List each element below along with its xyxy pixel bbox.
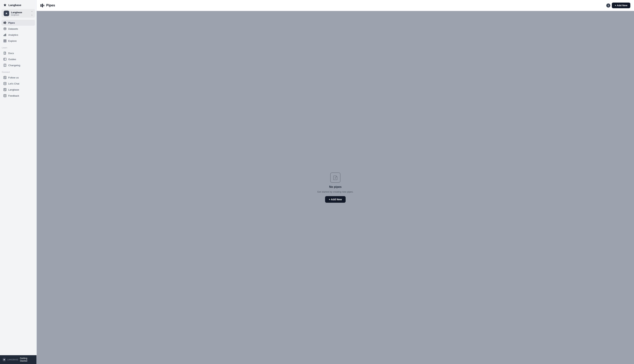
svg-point-3: [4, 28, 6, 28]
chevron-icon: ⌃⌄: [31, 11, 33, 16]
datasets-icon: [3, 27, 7, 30]
sidebar-item-lets-chat-label: Let's Chat: [8, 82, 19, 85]
svg-rect-18: [4, 94, 6, 97]
svg-rect-1: [5, 22, 6, 24]
sidebar-item-explore-label: Explore: [8, 40, 17, 42]
page-header: Pipes 1 + Add New: [37, 0, 634, 11]
svg-point-16: [5, 83, 6, 84]
sidebar-item-feedback-label: Feedback: [8, 94, 19, 97]
sidebar-item-docs[interactable]: Docs: [2, 50, 35, 56]
svg-rect-2: [6, 22, 6, 23]
page-title-container: Pipes: [40, 4, 55, 8]
analytics-icon: [3, 33, 7, 36]
sidebar-item-datasets[interactable]: Datasets: [2, 26, 35, 32]
explore-icon: [3, 39, 7, 42]
empty-icon: [330, 172, 341, 183]
avatar: [4, 11, 9, 16]
logo-icon: [3, 3, 7, 7]
sidebar-item-langbase-x[interactable]: Langbase: [2, 87, 35, 92]
pipes-icon: [3, 21, 7, 24]
content-area: No pipes Get started by creating new pip…: [37, 11, 634, 364]
svg-rect-8: [5, 40, 6, 41]
user-handle: langbase: [11, 14, 29, 16]
empty-description: Get started by creating new pipes.: [317, 190, 353, 193]
sidebar-item-follow-us[interactable]: Follow us: [2, 74, 35, 80]
header-actions: 1 + Add New: [606, 2, 630, 8]
connect-nav: Follow us Let's Chat Langbase: [0, 74, 37, 100]
sidebar-item-docs-label: Docs: [8, 52, 14, 54]
getting-started-brand: LANGBASE: [7, 359, 18, 361]
empty-add-new-button[interactable]: + Add New: [325, 196, 346, 203]
svg-rect-20: [41, 4, 42, 7]
app-name: Langbase: [9, 4, 21, 6]
svg-rect-7: [4, 40, 5, 41]
app-logo: Langbase: [0, 0, 37, 9]
svg-rect-6: [6, 34, 6, 36]
learn-nav: Docs Guides Changelog: [0, 50, 37, 69]
user-menu[interactable]: Langbase langbase ⌃⌄: [2, 9, 35, 18]
sidebar-item-guides-label: Guides: [8, 58, 16, 61]
connect-section-label: Connect: [0, 69, 37, 74]
user-name: Langbase: [11, 11, 29, 14]
learn-section-label: Learn: [0, 45, 37, 50]
sidebar: Langbase Langbase langbase ⌃⌄ Pipes: [0, 0, 37, 364]
sidebar-item-changelog-label: Changelog: [8, 64, 20, 67]
add-new-button[interactable]: + Add New: [612, 2, 630, 8]
sidebar-item-pipes[interactable]: Pipes: [2, 20, 35, 26]
svg-rect-15: [4, 82, 6, 85]
getting-started-bar[interactable]: LANGBASE Getting Started: [0, 355, 37, 364]
chat-icon: [3, 82, 7, 85]
x-icon: [3, 76, 7, 79]
sidebar-item-follow-us-label: Follow us: [8, 76, 19, 79]
sidebar-item-pipes-label: Pipes: [8, 22, 15, 24]
user-info: Langbase langbase: [11, 11, 29, 16]
page-title: Pipes: [46, 4, 55, 7]
changelog-icon: [3, 64, 7, 67]
sidebar-item-guides[interactable]: Guides: [2, 56, 35, 62]
main-content: Pipes 1 + Add New No pipes Get started b…: [37, 0, 634, 364]
sidebar-item-feedback[interactable]: Feedback: [2, 93, 35, 98]
langbase-x-icon: [3, 88, 7, 91]
sidebar-item-analytics[interactable]: Analytics: [2, 32, 35, 38]
getting-started-icon: [3, 358, 6, 362]
sidebar-item-changelog[interactable]: Changelog: [2, 62, 35, 68]
sidebar-item-lets-chat[interactable]: Let's Chat: [2, 81, 35, 86]
svg-rect-10: [5, 41, 6, 42]
main-nav: Pipes Datasets An: [0, 19, 37, 45]
empty-state: No pipes Get started by creating new pip…: [317, 172, 353, 203]
svg-point-19: [5, 95, 6, 96]
pipes-header-icon: [40, 4, 44, 8]
svg-rect-22: [44, 5, 44, 6]
feedback-icon: [3, 94, 7, 97]
svg-rect-0: [4, 22, 5, 24]
sidebar-item-explore[interactable]: Explore: [2, 38, 35, 44]
svg-rect-9: [4, 41, 5, 42]
sidebar-item-langbase-x-label: Langbase: [8, 88, 19, 91]
empty-title: No pipes: [329, 185, 342, 188]
svg-rect-12: [4, 58, 6, 60]
sidebar-item-datasets-label: Datasets: [8, 28, 18, 30]
guides-icon: [3, 58, 7, 61]
svg-rect-21: [42, 4, 43, 7]
getting-started-label: Getting Started: [20, 357, 34, 362]
docs-icon: [3, 52, 7, 55]
notification-badge: 1: [606, 4, 610, 8]
sidebar-item-analytics-label: Analytics: [8, 34, 18, 36]
